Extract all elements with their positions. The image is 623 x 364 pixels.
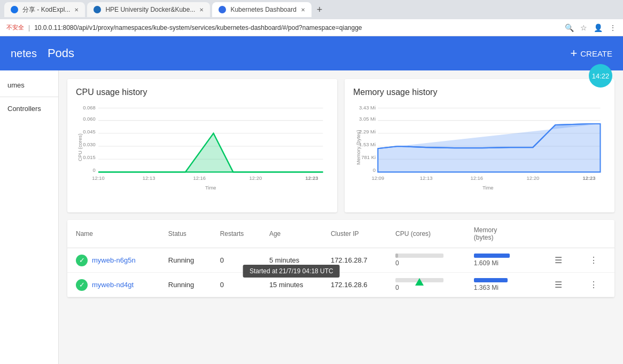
mem-chart-card: Memory usage history 3.43 Mi 3.05 Mi 2.2… [345,79,614,212]
cpu-chart-card: CPU usage history 0.068 0.060 0.045 0.03… [67,79,337,212]
tab-favicon-hpe [94,6,101,13]
svg-text:0.030: 0.030 [83,141,96,147]
search-icon[interactable]: 🔍 [565,23,574,32]
cpu-chart-svg: 0.068 0.060 0.045 0.030 0.015 0 CPU (cor… [76,102,329,192]
pod2-status: Running [160,273,212,297]
tab-kube[interactable]: Kubernetes Dashboard ✕ [212,2,311,17]
pod2-name-cell: ✓ myweb-nd4gt [67,273,160,297]
tab-close-hpe[interactable]: ✕ [199,7,204,13]
pod1-menu-icon[interactable]: ☰ [552,255,564,266]
pod2-cpu-triangle-icon [415,278,424,286]
cpu-chart-title: CPU usage history [76,88,329,97]
svg-text:781 Ki: 781 Ki [361,154,376,160]
pod2-menu-icon[interactable]: ☰ [552,279,564,290]
time-badge: 14:22 [589,64,612,88]
svg-text:3.43 Mi: 3.43 Mi [359,105,376,110]
tab-label-kodexpl: 分享 - KodExpl... [22,5,70,14]
create-label: CREATE [580,49,612,58]
pod1-status-icon: ✓ [76,255,88,266]
pod1-action1[interactable]: ☰ [544,248,579,273]
svg-text:2.29 Mi: 2.29 Mi [359,129,376,134]
app-brand: netes [11,48,37,60]
tab-close-kube[interactable]: ✕ [301,7,305,13]
profile-icon[interactable]: 👤 [594,23,603,32]
th-restarts: Restarts [212,220,261,248]
pod1-cpu: 0 [387,248,465,273]
address-icons: 🔍 ☆ 👤 ⋮ [565,23,617,32]
pod2-cpu-triangle-container [395,278,443,286]
svg-text:Memory (bytes): Memory (bytes) [355,130,361,165]
pod1-name-cell: ✓ myweb-n6g5n [67,248,160,273]
mem-chart-area: 3.43 Mi 3.05 Mi 2.29 Mi 1.53 Mi 781 Ki 0… [353,102,606,204]
tab-label-hpe: HPE University Docker&Kube... [105,6,195,13]
th-actions2 [579,220,614,248]
th-age: Age [261,220,322,248]
browser-chrome: 分享 - KodExpl... ✕ HPE University Docker&… [0,0,623,19]
tab-close-kodexpl[interactable]: ✕ [74,7,79,13]
header-left: netes Pods [11,46,74,60]
app: netes Pods + CREATE umes Controllers CPU [0,36,623,364]
pod1-more-icon[interactable]: ⋮ [587,255,600,266]
pod1-cpu-val: 0 [395,259,399,267]
svg-text:Time: Time [482,185,494,191]
svg-text:Time: Time [205,185,216,191]
app-header: netes Pods + CREATE [0,36,623,70]
pod2-status-icon: ✓ [76,279,88,291]
svg-text:12:13: 12:13 [143,175,155,181]
bookmark-icon[interactable]: ☆ [580,23,587,32]
th-actions1 [544,220,579,248]
table-header: Name Status Restarts Age Cluster IP CPU … [67,220,614,248]
pod1-cpu-bar-bg [395,254,443,258]
charts-row: CPU usage history 0.068 0.060 0.045 0.03… [67,79,614,212]
pod2-cpu-val: 0 [395,284,399,291]
svg-text:0.045: 0.045 [83,129,96,134]
table-row: ✓ myweb-n6g5n Running 0 5 minutes Starte… [67,248,614,273]
address-text[interactable]: 10.0.0.11:8080/api/v1/proxy/namespaces/k… [34,24,560,31]
pod2-more-icon[interactable]: ⋮ [587,279,600,290]
address-bar: 不安全 | 10.0.0.11:8080/api/v1/proxy/namesp… [0,19,623,36]
th-name: Name [67,220,160,248]
svg-text:12:20: 12:20 [250,175,262,181]
pod2-action1[interactable]: ☰ [544,273,579,297]
svg-text:12:10: 12:10 [92,175,105,181]
pod1-age: 5 minutes Started at 21/7/19 04:18 UTC [261,248,322,273]
svg-text:CPU (cores): CPU (cores) [77,133,83,161]
svg-text:0: 0 [93,167,96,173]
cpu-chart-area: 0.068 0.060 0.045 0.030 0.015 0 CPU (cor… [76,102,329,204]
tab-hpe[interactable]: HPE University Docker&Kube... ✕ [87,2,210,17]
tab-favicon-kube [219,6,226,13]
pod1-link[interactable]: myweb-n6g5n [92,256,136,264]
pod1-memory: 1.609 Mi [465,248,544,273]
sidebar-item-controllers[interactable]: Controllers [0,99,58,118]
create-button[interactable]: + CREATE [570,46,612,60]
svg-text:3.05 Mi: 3.05 Mi [359,116,376,122]
pod2-mem-val: 1.363 Mi [474,284,499,291]
sidebar-label-controllers: Controllers [7,105,41,113]
content-area: umes Controllers CPU usage history 0.068 [0,70,623,364]
pod1-mem-val: 1.609 Mi [474,259,499,267]
tooltip: Started at 21/7/19 04:18 UTC [243,265,340,278]
sidebar: umes Controllers [0,70,59,364]
pod2-action2[interactable]: ⋮ [579,273,614,297]
tab-favicon-kodexpl [11,6,18,13]
svg-text:1.53 Mi: 1.53 Mi [359,141,376,147]
new-tab-button[interactable]: + [314,4,326,15]
pod1-action2[interactable]: ⋮ [579,248,614,273]
pod2-link[interactable]: myweb-nd4gt [92,281,134,289]
svg-text:12:09: 12:09 [371,175,384,181]
table-header-row: Name Status Restarts Age Cluster IP CPU … [67,220,614,248]
tab-kodexpl[interactable]: 分享 - KodExpl... ✕ [4,2,85,17]
sidebar-divider [0,97,58,97]
sidebar-item-volumes[interactable]: umes [0,76,58,94]
svg-text:0.060: 0.060 [83,116,96,122]
th-cluster-ip: Cluster IP [322,220,387,248]
tab-label-kube: Kubernetes Dashboard [230,6,296,13]
sidebar-label-volumes: umes [7,81,25,89]
pod1-status: Running [160,248,212,273]
pod1-cpu-bar [395,254,398,258]
mem-chart-svg: 3.43 Mi 3.05 Mi 2.29 Mi 1.53 Mi 781 Ki 0… [353,102,606,192]
pod2-memory: 1.363 Mi [465,273,544,297]
menu-icon[interactable]: ⋮ [609,23,617,32]
svg-text:12:20: 12:20 [527,175,540,181]
table-body: ✓ myweb-n6g5n Running 0 5 minutes Starte… [67,248,614,297]
